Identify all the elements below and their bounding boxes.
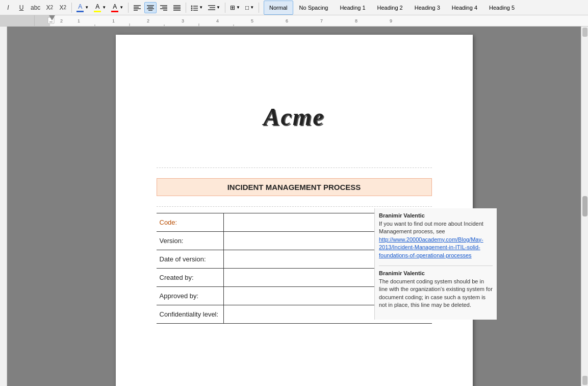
main-layout: Acme INCIDENT MANAGEMENT PROCESS Code:	[0, 27, 588, 386]
dashed-line-title	[157, 167, 432, 168]
svg-text:7: 7	[320, 18, 323, 23]
logo-area: Acme	[157, 65, 432, 167]
font-color-dropdown[interactable]: A ▼	[74, 2, 91, 13]
dashed-line-table	[157, 206, 432, 207]
align-center-button[interactable]	[144, 2, 157, 13]
separator-3	[186, 3, 186, 13]
formatting-toolbar: I U abc X2 X2 A ▼ A ▼ A ▼	[0, 0, 588, 15]
table-cell-label[interactable]: Version:	[157, 232, 224, 250]
svg-text:6: 6	[286, 18, 288, 23]
comment-divider	[379, 266, 493, 266]
italic-button[interactable]: I	[2, 2, 14, 13]
style-no-spacing-button[interactable]: No Spacing	[294, 1, 334, 15]
svg-text:2: 2	[60, 18, 63, 23]
scrollbar-thumb[interactable]	[582, 196, 587, 216]
svg-text:1: 1	[78, 18, 80, 23]
svg-text:1: 1	[112, 18, 115, 23]
svg-text:9: 9	[390, 18, 392, 23]
comment-text-2: The document coding system should be in …	[379, 278, 493, 309]
svg-text:4: 4	[216, 18, 219, 23]
ruler: 2 1 1 2 3 4 5 6 7 8 9	[0, 15, 588, 27]
style-heading4-button[interactable]: Heading 4	[446, 1, 483, 15]
separator-5	[259, 3, 259, 13]
style-buttons-group: Normal No Spacing Heading 1 Heading 2 He…	[264, 1, 520, 15]
svg-text:3: 3	[182, 18, 184, 23]
style-normal-button[interactable]: Normal	[264, 1, 293, 15]
subscript-button[interactable]: X2	[43, 2, 56, 13]
svg-text:5: 5	[251, 18, 253, 23]
comment-panel: Branimir Valentic If you want to find ou…	[374, 208, 497, 320]
comment-1: Branimir Valentic If you want to find ou…	[379, 212, 493, 259]
underline-button[interactable]: U	[15, 2, 28, 13]
align-left-button[interactable]	[131, 2, 143, 13]
options-icon: □	[245, 4, 249, 11]
misc-dropdown[interactable]: ⊞ ▼	[228, 2, 242, 13]
chevron-down-icon-2: ▼	[102, 5, 106, 10]
list-icon	[191, 5, 198, 11]
document-area[interactable]: Acme INCIDENT MANAGEMENT PROCESS Code:	[7, 27, 581, 386]
svg-text:2: 2	[147, 18, 149, 23]
options-dropdown[interactable]: □ ▼	[243, 2, 256, 13]
comment-2: Branimir Valentic The document coding sy…	[379, 270, 493, 309]
scrollbar-down-button[interactable]	[582, 376, 587, 385]
title-section: INCIDENT MANAGEMENT PROCESS	[157, 178, 432, 196]
comment-author-2: Branimir Valentic	[379, 270, 493, 276]
chevron-down-icon-3: ▼	[119, 5, 123, 10]
highlight-dropdown[interactable]: A ▼	[92, 2, 108, 13]
chevron-down-icon: ▼	[85, 5, 89, 10]
page-container: Acme INCIDENT MANAGEMENT PROCESS Code:	[17, 35, 571, 386]
chevron-down-icon-6: ▼	[236, 5, 240, 10]
comment-link-1[interactable]: http://www.20000academy.com/Blog/May-201…	[379, 236, 483, 258]
svg-point-16	[191, 5, 193, 7]
right-scrollbar[interactable]	[581, 27, 588, 386]
ruler-svg: 2 1 1 2 3 4 5 6 7 8 9	[35, 15, 494, 26]
align-justify-button[interactable]	[171, 2, 183, 13]
superscript-button[interactable]: X2	[57, 2, 69, 13]
strikethrough-button[interactable]: abc	[29, 2, 42, 13]
style-heading3-button[interactable]: Heading 3	[409, 1, 446, 15]
align-left-icon	[134, 5, 141, 11]
style-heading1-button[interactable]: Heading 1	[334, 1, 371, 15]
align-justify-icon	[173, 5, 181, 11]
indent-icon	[208, 5, 215, 11]
align-right-icon	[160, 5, 167, 11]
table-cell-label[interactable]: Code:	[157, 213, 224, 232]
table-cell-label[interactable]: Date of version:	[157, 250, 224, 269]
table-cell-label[interactable]: Created by:	[157, 269, 224, 287]
separator-4	[225, 3, 225, 13]
svg-point-18	[191, 7, 193, 9]
list-dropdown[interactable]: ▼	[189, 2, 205, 13]
style-heading2-button[interactable]: Heading 2	[372, 1, 408, 15]
separator-1	[71, 3, 72, 13]
align-right-button[interactable]	[158, 2, 170, 13]
chevron-down-icon-4: ▼	[199, 5, 203, 10]
document-title: INCIDENT MANAGEMENT PROCESS	[157, 178, 432, 196]
scrollbar-up-button[interactable]	[582, 28, 587, 37]
left-scrollbar[interactable]	[0, 27, 7, 386]
style-heading5-button[interactable]: Heading 5	[483, 1, 520, 15]
align-center-icon	[147, 5, 154, 11]
font-color-icon: A	[76, 2, 84, 13]
text-color-icon: A	[111, 2, 118, 13]
highlight-icon: A	[94, 2, 101, 13]
chevron-down-icon-7: ▼	[250, 5, 254, 10]
text-color-dropdown[interactable]: A ▼	[109, 2, 125, 13]
acme-logo: Acme	[264, 103, 325, 131]
chevron-down-icon-5: ▼	[216, 5, 220, 10]
svg-text:8: 8	[355, 18, 357, 23]
separator-2	[128, 3, 129, 13]
comment-text-1: If you want to find out more about Incid…	[379, 220, 493, 259]
scrollbar-track[interactable]	[581, 38, 588, 195]
indent-dropdown[interactable]: ▼	[206, 2, 222, 13]
misc-icon: ⊞	[230, 4, 235, 11]
table-cell-label[interactable]: Approved by:	[157, 287, 224, 305]
table-cell-label[interactable]: Confidentiality level:	[157, 305, 224, 324]
scrollbar-track-bottom[interactable]	[581, 218, 588, 375]
comment-author-1: Branimir Valentic	[379, 212, 493, 219]
svg-point-20	[191, 9, 193, 11]
